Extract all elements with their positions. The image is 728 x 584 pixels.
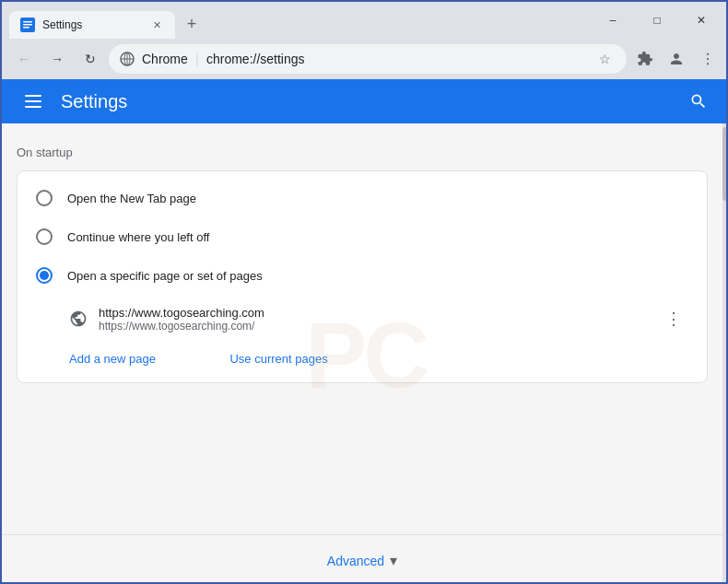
minimize-button[interactable]: – <box>592 6 634 35</box>
settings-page-title: Settings <box>61 91 682 112</box>
radio-new-tab-input[interactable] <box>36 190 53 206</box>
svg-rect-1 <box>23 21 32 23</box>
back-button[interactable]: ← <box>9 44 39 74</box>
advanced-button[interactable]: Advanced ▾ <box>312 544 412 577</box>
hamburger-line-2 <box>25 100 41 102</box>
settings-search-button[interactable] <box>682 85 715 118</box>
svg-rect-3 <box>23 27 29 29</box>
active-tab[interactable]: Settings ✕ <box>9 11 175 39</box>
startup-url-sub: https://www.togosearching.com/ <box>99 320 648 333</box>
tab-favicon-icon <box>20 18 35 32</box>
scrollbar[interactable] <box>722 123 728 584</box>
address-site-name: Chrome <box>142 52 188 66</box>
bottom-bar: Advanced ▾ <box>2 534 722 584</box>
window-controls: – □ ✕ <box>592 6 722 35</box>
address-url: chrome://settings <box>206 52 305 66</box>
startup-entry-menu-button[interactable]: ⋮ <box>659 304 688 333</box>
scrollbar-thumb[interactable] <box>722 127 728 201</box>
tab-title: Settings <box>42 18 142 31</box>
address-bar[interactable]: Chrome | chrome://settings ☆ <box>109 44 627 74</box>
radio-continue[interactable]: Continue where you left off <box>18 217 707 256</box>
forward-button[interactable]: → <box>42 44 72 74</box>
close-button[interactable]: ✕ <box>680 6 722 35</box>
use-current-pages-button[interactable]: Use current pages <box>178 343 346 375</box>
startup-url-main: https://www.togosearching.com <box>99 306 648 320</box>
tab-close-button[interactable]: ✕ <box>149 18 164 32</box>
radio-continue-label: Continue where you left off <box>67 230 209 244</box>
advanced-arrow-icon: ▾ <box>390 552 397 569</box>
new-tab-button[interactable]: + <box>179 11 205 37</box>
startup-page-entry: https://www.togosearching.com https://ww… <box>18 295 707 343</box>
radio-specific[interactable]: Open a specific page or set of pages <box>18 256 707 295</box>
content-area: PC On startup Open the New Tab page Cont… <box>2 123 722 584</box>
svg-rect-2 <box>23 24 32 26</box>
hamburger-line-1 <box>25 95 41 97</box>
svg-point-9 <box>707 58 709 60</box>
chrome-menu-button[interactable] <box>693 44 722 74</box>
add-new-page-button[interactable]: Add a new page <box>18 343 174 375</box>
site-icon <box>120 52 135 66</box>
settings-header: Settings <box>2 79 728 123</box>
address-separator: | <box>195 51 199 67</box>
advanced-label: Advanced <box>327 554 384 568</box>
startup-options-card: Open the New Tab page Continue where you… <box>17 170 708 383</box>
page-globe-icon <box>69 310 88 328</box>
tab-area: Settings ✕ + <box>9 2 584 39</box>
toolbar: ← → ↻ Chrome | chrome://settings ☆ <box>2 39 728 79</box>
startup-page-text: https://www.togosearching.com https://ww… <box>99 306 648 333</box>
radio-new-tab-label: Open the New Tab page <box>67 192 196 205</box>
maximize-button[interactable]: □ <box>636 6 678 35</box>
profile-button[interactable] <box>662 44 691 74</box>
reload-button[interactable]: ↻ <box>76 44 105 74</box>
extensions-button[interactable] <box>630 44 660 74</box>
svg-point-10 <box>707 63 709 64</box>
toolbar-icons <box>630 44 722 74</box>
radio-continue-input[interactable] <box>36 228 53 245</box>
hamburger-line-3 <box>25 106 41 108</box>
radio-specific-input[interactable] <box>36 267 53 284</box>
radio-specific-label: Open a specific page or set of pages <box>67 269 263 283</box>
svg-point-8 <box>707 53 709 55</box>
chrome-window: Settings ✕ + – □ ✕ ← → ↻ Chrome <box>2 2 728 584</box>
hamburger-menu-button[interactable] <box>17 85 50 118</box>
bookmark-star-icon[interactable]: ☆ <box>593 48 616 70</box>
section-label: On startup <box>17 146 708 159</box>
radio-new-tab[interactable]: Open the New Tab page <box>18 179 707 217</box>
main-content: PC On startup Open the New Tab page Cont… <box>2 123 728 584</box>
title-bar: Settings ✕ + – □ ✕ <box>2 2 728 39</box>
